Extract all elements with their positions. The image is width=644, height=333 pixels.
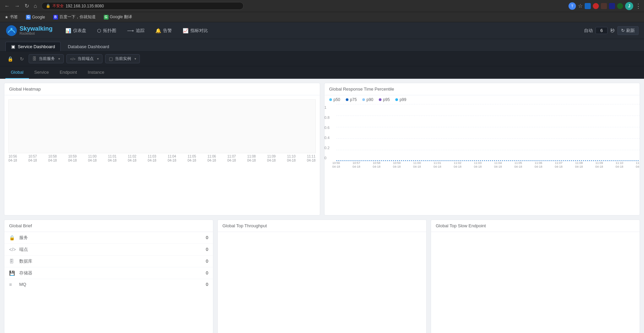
- legend-label: p75: [350, 97, 357, 102]
- chart-x-label: 10:5804-18: [372, 161, 382, 169]
- nav-compare[interactable]: 📈 指标对比: [178, 26, 213, 36]
- security-label: 不安全: [53, 3, 64, 8]
- heatmap-x-label: 11:0004-18: [88, 155, 97, 163]
- nav-topology-label: 拓扑图: [103, 28, 116, 34]
- service-dashboard-label: Service Dashboard: [18, 44, 55, 49]
- tab-global[interactable]: Global: [5, 66, 29, 79]
- service-dashboard-icon: ▣: [11, 44, 15, 49]
- chart-svg: [336, 104, 640, 161]
- heatmap-x-label: 10:5804-18: [48, 155, 57, 163]
- tab-service-dashboard[interactable]: ▣ Service Dashboard: [5, 42, 61, 51]
- tab-instance[interactable]: Instance: [82, 66, 110, 79]
- instance-selector-group: ▢ 当前实例 ▾: [105, 54, 140, 63]
- brief-value: 0: [206, 282, 208, 287]
- response-time-card: Global Response Time Percentile p50p75p9…: [324, 83, 640, 215]
- instance-selector[interactable]: ▢ 当前实例 ▾: [105, 54, 140, 63]
- chart-x-label: 11:0304-18: [473, 161, 483, 169]
- extension-4: [609, 3, 615, 9]
- instance-selector-label: 当前实例: [115, 56, 131, 62]
- browser-nav: ← → ↻ ⌂: [3, 2, 39, 10]
- refresh-toolbar-button[interactable]: ↻: [18, 55, 26, 63]
- legend-item: p99: [395, 97, 406, 102]
- legend-item: p95: [379, 97, 390, 102]
- nav-dashboard[interactable]: 📊 仪表盘: [61, 26, 91, 36]
- bookmark-google[interactable]: G Google: [24, 14, 47, 20]
- nav-topology[interactable]: ⬡ 拓扑图: [92, 26, 121, 36]
- svg-point-1: [10, 28, 12, 30]
- svg-point-0: [6, 25, 17, 36]
- nav-trace[interactable]: ⟶ 追踪: [122, 26, 149, 36]
- tab-global-label: Global: [11, 70, 24, 75]
- heatmap-area: [8, 99, 316, 153]
- bottom-row: Global Brief 🔒 服务 0 </> 端点 0 🗄 数据库 0 💾 存…: [4, 220, 640, 333]
- chart-x-label: 11:0004-18: [412, 161, 422, 169]
- bookmarks-bar: ★ 书签 G Google B 百度一下，你就知道 G Google 翻译: [0, 12, 644, 22]
- y-axis-label: 0.6: [325, 126, 335, 130]
- heatmap-x-label: 10:5904-18: [68, 155, 77, 163]
- dashboard-tabs: ▣ Service Dashboard Database Dashboard: [0, 39, 644, 52]
- refresh-label: 刷新: [626, 28, 635, 34]
- slow-endpoint-title: Global Top Slow Endpoint: [431, 220, 640, 232]
- brief-row: 🔒 服务 0: [4, 232, 213, 244]
- service-selector-icon: 🗄: [32, 56, 37, 61]
- nav-alarm[interactable]: 🔔 告警: [151, 26, 177, 36]
- bookmark-bookmarks[interactable]: ★ 书签: [3, 13, 20, 21]
- legend-dot: [379, 98, 381, 101]
- legend-item: p90: [362, 97, 373, 102]
- reload-button[interactable]: ↻: [23, 2, 31, 10]
- logo-text: Skywalking Rocketbot: [20, 26, 53, 35]
- y-axis-label: 0: [325, 156, 335, 160]
- tab-endpoint[interactable]: Endpoint: [54, 66, 82, 79]
- service-icon: 🔒: [9, 235, 16, 240]
- address-bar[interactable]: 🔒 不安全 192.168.10.135:8080: [41, 2, 244, 10]
- chart-area: 10.80.60.40.20 10:5604-1810:5704-1810:58…: [325, 104, 640, 171]
- forward-button[interactable]: →: [13, 2, 22, 10]
- legend-label: p95: [383, 97, 390, 102]
- baidu-icon: B: [53, 15, 58, 20]
- heatmap-x-label: 11:0304-18: [148, 155, 156, 163]
- service-chevron-icon: ▾: [58, 57, 60, 61]
- browser-chrome: ← → ↻ ⌂ 🔒 不安全 192.168.10.135:8080 T ☆ J …: [0, 0, 644, 12]
- chart-x-labels: 10:5604-1810:5704-1810:5804-1810:5904-18…: [336, 161, 640, 171]
- heatmap-body: 10:5604-1810:5704-1810:5804-1810:5904-18…: [4, 95, 320, 167]
- bookmark-baidu[interactable]: B 百度一下，你就知道: [51, 13, 98, 21]
- app-header: Skywalking Rocketbot 📊 仪表盘 ⬡ 拓扑图 ⟶ 追踪 🔔 …: [0, 22, 644, 39]
- brief-row: 💾 存储器 0: [4, 267, 213, 279]
- tab-service[interactable]: Service: [29, 66, 54, 79]
- toolbar: 🔒 ↻ 🗄 当前服务 ▾ </> 当前端点 ▾ ▢ 当前实例 ▾: [0, 52, 644, 66]
- star-icon[interactable]: ☆: [578, 3, 583, 9]
- service-selector[interactable]: 🗄 当前服务 ▾: [29, 54, 64, 63]
- nav-menu: 📊 仪表盘 ⬡ 拓扑图 ⟶ 追踪 🔔 告警 📈 指标对比: [61, 26, 213, 36]
- tab-database-dashboard[interactable]: Database Dashboard: [62, 42, 115, 51]
- response-time-legend: p50p75p90p95p99: [325, 95, 640, 104]
- legend-item: p50: [329, 97, 340, 102]
- mq-icon: ≡: [9, 282, 16, 287]
- browser-actions: T ☆ J ⋮: [569, 2, 641, 10]
- heatmap-x-labels: 10:5604-1810:5704-1810:5804-1810:5904-18…: [8, 153, 316, 163]
- heatmap-x-label: 11:0504-18: [187, 155, 196, 163]
- menu-icon[interactable]: ⋮: [635, 2, 641, 10]
- tab-endpoint-label: Endpoint: [60, 70, 77, 75]
- alarm-icon: 🔔: [155, 28, 161, 33]
- nav-trace-label: 追踪: [136, 28, 145, 34]
- legend-item: p75: [346, 97, 357, 102]
- global-slow-card: Global Top Slow Endpoint: [431, 220, 640, 333]
- refresh-button[interactable]: ↻ 刷新: [617, 26, 639, 35]
- brief-row: </> 端点 0: [4, 244, 213, 256]
- heatmap-x-label: 11:0804-18: [247, 155, 256, 163]
- baidu-label: 百度一下，你就知道: [59, 14, 96, 20]
- endpoint-selector[interactable]: </> 当前端点 ▾: [66, 54, 102, 63]
- refresh-interval-input[interactable]: 6: [595, 27, 608, 34]
- bookmark-translate[interactable]: G Google 翻译: [102, 13, 134, 21]
- back-button[interactable]: ←: [3, 2, 11, 10]
- database-icon: 🗄: [9, 259, 16, 264]
- heatmap-x-label: 10:5704-18: [28, 155, 37, 163]
- main-content: Global Heatmap 10:5604-1810:5704-1810:58…: [0, 79, 644, 333]
- instance-selector-icon: ▢: [109, 56, 113, 61]
- y-axis-label: 0.2: [325, 146, 335, 150]
- lock-toolbar-button[interactable]: 🔒: [5, 55, 15, 63]
- heatmap-x-label: 11:1104-18: [307, 155, 316, 163]
- translate-icon[interactable]: T: [569, 2, 576, 10]
- home-button[interactable]: ⌂: [32, 2, 39, 10]
- legend-dot: [362, 98, 365, 101]
